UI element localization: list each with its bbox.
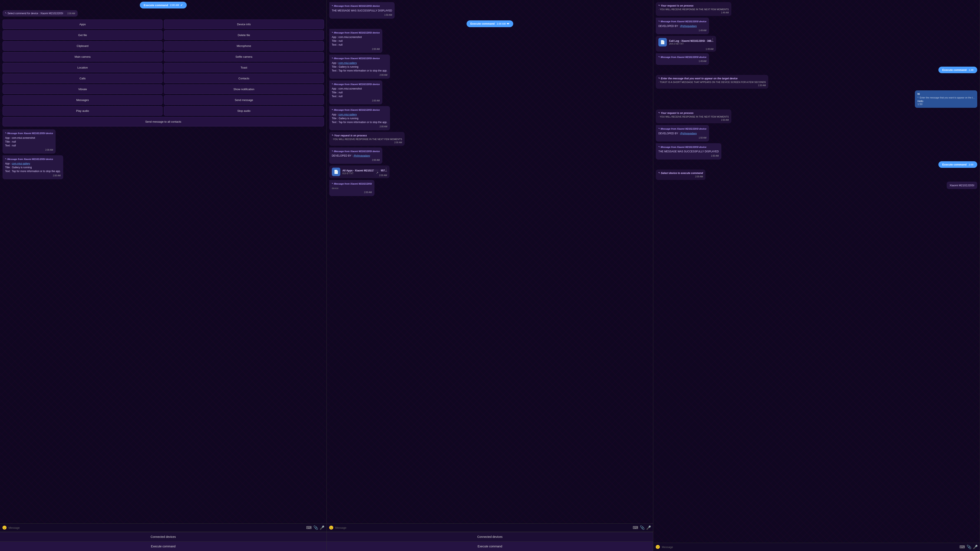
- keyboard-button[interactable]: ⌨: [959, 545, 965, 549]
- cmd-vibrate[interactable]: Vibrate: [3, 84, 162, 94]
- left-chat-area: Execute command 2:00 AM ✓ *· Select comm…: [0, 0, 326, 524]
- device-select-wrapper: Xiaomi M2102J20SI: [656, 182, 977, 189]
- mid-dev-msg: *· Message from Xiaomi M2102J20SI device…: [329, 148, 382, 164]
- msg-time: 1:49 AM: [706, 48, 714, 50]
- emoji-button[interactable]: 🙂: [2, 526, 7, 530]
- msg-header: *· Message from Xiaomi M2102J20SI device: [332, 83, 380, 86]
- file-info: Call Log - Xiaomi M2102J20SI - 388... 26…: [669, 40, 713, 45]
- attach-button[interactable]: 📎: [313, 526, 318, 530]
- status-title: *· Your request is on process: [659, 4, 729, 7]
- cmd-apps[interactable]: Apps: [3, 19, 162, 29]
- middle-chat-area: *· Message from Xiaomi M2102J20SI device…: [327, 0, 653, 524]
- attach-button[interactable]: 📎: [967, 545, 971, 549]
- cmd-main-camera[interactable]: Main camera: [3, 52, 162, 62]
- msg-time: 2:00 AM: [5, 148, 53, 151]
- mic-button[interactable]: 🎤: [320, 526, 325, 530]
- right-status-1: *· Your request is on process · YOU WILL…: [656, 2, 731, 16]
- right-execute-wrapper-2: Execute command 2:00: [656, 161, 977, 168]
- mid-status-1: *· Your request is on process · YOU WILL…: [329, 132, 405, 146]
- right-message-input[interactable]: [662, 546, 958, 549]
- middle-message-input[interactable]: [335, 526, 631, 529]
- msg-body: THE MESSAGE WAS SUCCESSFULLY DISPLAYED: [332, 9, 392, 13]
- toast-input-bubble: hi *· Enter the message that you want to…: [915, 91, 977, 108]
- cmd-location[interactable]: Location: [3, 63, 162, 72]
- cmd-delete-file[interactable]: Delete file: [164, 30, 324, 40]
- msg-time: 1:50 AM: [659, 119, 729, 121]
- msg-header: *· Message from Xiaomi M2102J20SI device: [659, 127, 706, 131]
- gallery-link2[interactable]: com.miui.gallery: [339, 113, 357, 116]
- left-panel: Execute command 2:00 AM ✓ *· Select comm…: [0, 0, 327, 551]
- cmd-selfie-camera[interactable]: Selfie camera: [164, 52, 324, 62]
- right-execute-wrapper-1: Execute command 1:49: [656, 67, 977, 73]
- cmd-stop-audio[interactable]: Stop audio: [164, 106, 324, 116]
- msg-time: 1:49 AM: [659, 29, 706, 32]
- cmd-contacts[interactable]: Contacts: [164, 73, 324, 83]
- instruction-body: · TOAST IS A SHORT MESSAGE THAT APPEARS …: [659, 81, 766, 83]
- msg-header: *· Message from Xiaomi M2102J20SI device: [5, 158, 61, 161]
- msg-header: *· Message from Xiaomi M2102J20SI device: [332, 108, 387, 112]
- msg-time: 2:00 AM: [332, 159, 380, 162]
- select-command-msg: *· Select commend for device : Xiaomi M2…: [3, 10, 78, 16]
- instruction-title: *· Enter the message that you want to ap…: [659, 77, 766, 80]
- gallery-link[interactable]: com.miui.gallery: [12, 162, 30, 165]
- msg-time: 1:50 AM: [659, 136, 706, 139]
- mid-msg-partial: *· Message from Xiaomi M2102J20SI device…: [329, 180, 374, 196]
- dev-link2[interactable]: @shivayadavv: [680, 132, 697, 135]
- cmd-calls[interactable]: Calls: [3, 73, 162, 83]
- cmd-device-info[interactable]: Device info: [164, 19, 324, 29]
- middle-panel: *· Message from Xiaomi M2102J20SI device…: [327, 0, 654, 551]
- cmd-messages[interactable]: Messages: [3, 95, 162, 105]
- right-input-area: 🙂 ⌨ 📎 🎤: [653, 543, 980, 551]
- mic-button[interactable]: 🎤: [973, 545, 978, 549]
- file-size: 264.0 KB TXT: [669, 43, 713, 45]
- dev-link[interactable]: @shivayadavv: [353, 154, 370, 157]
- device-select-bubble[interactable]: Xiaomi M2102J20SI: [947, 182, 977, 189]
- msg-body: App : com.miui.screenshotTitle : nullTex…: [332, 87, 380, 98]
- msg-header: *· Message from Xiaomi M2102J20SI: [332, 182, 372, 186]
- keyboard-button[interactable]: ⌨: [306, 526, 312, 530]
- msg-body: App : com.miui.galleryTitle : Gallery is…: [5, 162, 61, 173]
- file-icon: 📄: [332, 167, 340, 176]
- mid-msg-2: *· Message from Xiaomi M2102J20SI device…: [329, 54, 390, 79]
- cmd-play-audio[interactable]: Play audio: [3, 106, 162, 116]
- msg-time: 1:50 AM: [332, 13, 392, 16]
- execute-label: Execute command: [942, 163, 967, 166]
- right-select-device-status: *· Select device to execute commend 2:00…: [656, 169, 705, 180]
- right-execute-bubble-2: Execute command 2:00: [939, 161, 977, 168]
- command-grid: Apps Device info Get file Delete file Cl…: [3, 18, 324, 128]
- toast-value: Hello: [917, 100, 975, 103]
- emoji-button[interactable]: 🙂: [329, 526, 334, 530]
- right-dev-msg-2: *· Message from Xiaomi M2102J20SI device…: [656, 125, 709, 142]
- dev-link[interactable]: @shivayadavv: [680, 25, 697, 27]
- cmd-send-message[interactable]: Send message: [164, 95, 324, 105]
- connected-devices-button-mid[interactable]: Connected devices: [327, 532, 653, 541]
- gallery-link[interactable]: com.miui.gallery: [339, 62, 357, 65]
- file-menu-button[interactable]: ⋮: [385, 167, 388, 171]
- mid-msg-1: *· Message from Xiaomi M2102J20SI device…: [329, 29, 382, 53]
- execute-command-button-left[interactable]: Execute command: [0, 541, 326, 551]
- cmd-get-file[interactable]: Get file: [3, 30, 162, 40]
- msg-time: 2:00 AM: [659, 175, 703, 178]
- execute-command-button-mid[interactable]: Execute command: [327, 541, 653, 551]
- mic-button[interactable]: 🎤: [646, 526, 651, 530]
- file-name: Call Log - Xiaomi M2102J20SI - 388...: [669, 40, 713, 43]
- select-text: *· Select commend for device : Xiaomi M2…: [5, 12, 63, 15]
- cmd-clipboard[interactable]: Clipboard: [3, 41, 162, 51]
- file-menu-button[interactable]: ⋮: [711, 38, 714, 41]
- cmd-toast[interactable]: Toast: [164, 63, 324, 72]
- check-icon: ✓: [180, 3, 183, 7]
- execute-label: Execute command: [144, 3, 168, 7]
- middle-bottom-buttons: Connected devices Execute command: [327, 532, 653, 551]
- msg-header: *· Message from Xiaomi M2102J20SI device: [332, 150, 380, 153]
- attach-button[interactable]: 📎: [640, 526, 644, 530]
- msg-body: THE MESSAGE WAS SUCCESSFULLY DISPLAYED: [659, 150, 719, 153]
- cmd-microphone[interactable]: Microphone: [164, 41, 324, 51]
- msg-time: 2:00 AM: [332, 99, 380, 102]
- emoji-button[interactable]: 🙂: [655, 545, 660, 549]
- connected-devices-button-left[interactable]: Connected devices: [0, 532, 326, 541]
- left-message-input[interactable]: [8, 526, 304, 529]
- keyboard-button[interactable]: ⌨: [633, 526, 638, 530]
- cmd-show-notification[interactable]: Show notification: [164, 84, 324, 94]
- msg-body: device: [332, 186, 372, 190]
- cmd-send-all-contacts[interactable]: Send message to all contacts: [3, 117, 324, 126]
